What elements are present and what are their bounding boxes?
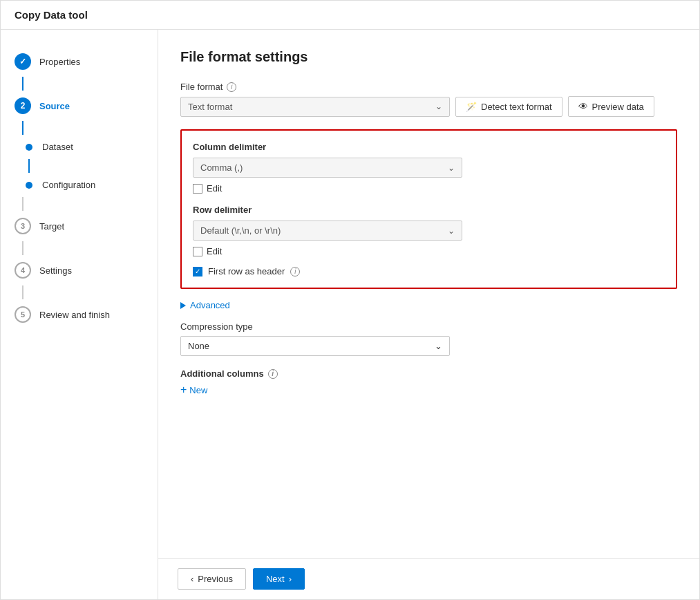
- first-row-header-label: First row as header: [208, 266, 285, 276]
- sidebar-label-properties: Properties: [39, 57, 80, 67]
- delimiter-settings-box: Column delimiter Comma (,) ⌄ Edit Row de…: [180, 129, 677, 289]
- row-delimiter-edit-label: Edit: [207, 246, 222, 256]
- sidebar-item-target[interactable]: 3 Target: [1, 211, 158, 241]
- step-circle-target: 3: [15, 218, 31, 234]
- step-circle-review: 5: [15, 306, 31, 323]
- content-area: File format settings File format i Text …: [158, 30, 699, 599]
- sidebar-label-target: Target: [39, 221, 64, 232]
- dot-configuration: [26, 182, 32, 189]
- column-delimiter-select[interactable]: Comma (,) ⌄: [193, 158, 462, 178]
- file-format-label: File format i: [180, 82, 677, 92]
- additional-columns-label: Additional columns i: [180, 368, 677, 379]
- first-row-header-info-icon[interactable]: i: [290, 267, 300, 276]
- next-button[interactable]: Next ›: [253, 568, 305, 590]
- detect-text-format-button[interactable]: 🪄 Detect text format: [455, 97, 562, 117]
- preview-data-button[interactable]: 👁 Preview data: [568, 96, 654, 117]
- sidebar-item-dataset[interactable]: Dataset: [1, 135, 158, 159]
- step-circle-properties: ✓: [15, 53, 31, 70]
- title-bar: Copy Data tool: [1, 1, 699, 30]
- file-format-section: File format i Text format ⌄ 🪄 Detect tex…: [180, 82, 677, 117]
- previous-button[interactable]: ‹ Previous: [178, 568, 246, 590]
- connector-4: [22, 197, 23, 211]
- app-title: Copy Data tool: [15, 9, 88, 21]
- triangle-icon: [180, 302, 186, 309]
- additional-columns-info-icon[interactable]: i: [268, 369, 278, 379]
- compression-chevron-icon: ⌄: [435, 341, 442, 351]
- row-delimiter-chevron-icon: ⌄: [448, 226, 455, 236]
- dot-dataset: [26, 144, 32, 151]
- additional-columns-section: Additional columns i + New: [180, 368, 677, 395]
- sidebar-label-source: Source: [39, 101, 70, 111]
- sidebar-item-settings[interactable]: 4 Settings: [1, 255, 158, 285]
- connector-2: [22, 121, 23, 135]
- advanced-label: Advanced: [190, 300, 230, 310]
- column-delimiter-edit-checkbox[interactable]: [193, 184, 202, 194]
- chevron-down-icon: ⌄: [435, 102, 442, 111]
- column-delimiter-edit-label: Edit: [207, 183, 222, 194]
- chevron-right-icon: ›: [289, 574, 292, 584]
- step-circle-settings: 4: [15, 262, 31, 279]
- eye-icon: 👁: [578, 101, 588, 112]
- sidebar-item-source[interactable]: 2 Source: [1, 91, 158, 121]
- connector-6: [22, 285, 23, 299]
- footer: ‹ Previous Next ›: [158, 558, 699, 599]
- chevron-left-icon: ‹: [191, 574, 193, 584]
- row-delimiter-edit-row: Edit: [193, 246, 665, 256]
- sidebar-item-properties[interactable]: ✓ Properties: [1, 46, 158, 77]
- connector-3: [28, 159, 30, 173]
- new-column-button[interactable]: + New: [180, 384, 207, 395]
- plus-icon: +: [180, 384, 187, 395]
- connector-5: [22, 241, 23, 255]
- column-delimiter-label: Column delimiter: [193, 142, 665, 152]
- page-title: File format settings: [180, 49, 677, 65]
- wand-icon: 🪄: [466, 102, 477, 112]
- sidebar-item-configuration[interactable]: Configuration: [1, 173, 158, 197]
- sidebar-label-configuration: Configuration: [42, 180, 95, 190]
- compression-section: Compression type None ⌄: [180, 321, 677, 356]
- row-delimiter-label: Row delimiter: [193, 205, 665, 215]
- file-format-row: Text format ⌄ 🪄 Detect text format 👁 Pre…: [180, 96, 677, 117]
- column-delimiter-edit-row: Edit: [193, 183, 665, 194]
- first-row-header-row: ✓ First row as header i: [193, 266, 665, 276]
- sidebar-label-review: Review and finish: [39, 310, 110, 320]
- first-row-header-checkbox[interactable]: ✓: [193, 267, 202, 276]
- row-delimiter-edit-checkbox[interactable]: [193, 247, 202, 256]
- advanced-row[interactable]: Advanced: [180, 300, 677, 310]
- sidebar: ✓ Properties 2 Source Dataset Configurat…: [1, 30, 158, 599]
- sidebar-item-review[interactable]: 5 Review and finish: [1, 299, 158, 330]
- compression-label: Compression type: [180, 321, 677, 332]
- connector-1: [22, 77, 23, 91]
- file-format-info-icon[interactable]: i: [227, 82, 236, 92]
- compression-select[interactable]: None ⌄: [180, 336, 450, 356]
- file-format-select[interactable]: Text format ⌄: [180, 97, 450, 117]
- row-delimiter-select[interactable]: Default (\r,\n, or \r\n) ⌄: [193, 221, 462, 241]
- step-circle-source: 2: [15, 97, 31, 114]
- content-body: File format settings File format i Text …: [158, 30, 699, 558]
- sidebar-label-settings: Settings: [39, 265, 72, 276]
- sidebar-label-dataset: Dataset: [42, 142, 73, 152]
- column-delimiter-chevron-icon: ⌄: [448, 163, 455, 173]
